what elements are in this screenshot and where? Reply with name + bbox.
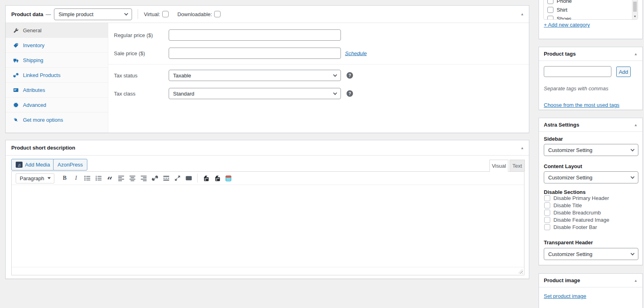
editor-content-area[interactable]: [12, 185, 524, 267]
product-data-panel: Product data — Simple product Virtual: D…: [5, 5, 529, 133]
disable-title-checkbox[interactable]: [544, 202, 550, 208]
gear-icon: [13, 102, 19, 108]
tab-label: Shipping: [23, 57, 43, 63]
add-tag-button[interactable]: Add: [616, 67, 631, 77]
disable-breadcrumb-checkbox[interactable]: [544, 210, 550, 216]
azonpress-widget-box-button[interactable]: [212, 173, 223, 183]
panel-title: Product tags: [544, 51, 576, 57]
tab-attributes[interactable]: Attributes: [6, 83, 108, 98]
visual-tab[interactable]: Visual: [489, 160, 508, 172]
downloadable-checkbox[interactable]: [214, 11, 221, 17]
tab-general[interactable]: General: [6, 23, 108, 38]
add-media-button[interactable]: ♫ Add Media: [11, 159, 54, 171]
tab-get-more-options[interactable]: Get more options: [6, 112, 108, 127]
align-left-button[interactable]: [116, 173, 127, 183]
azonpress-table-button[interactable]: [223, 173, 234, 183]
tax-class-select[interactable]: Standard: [169, 88, 341, 99]
category-row: Shoes: [547, 15, 572, 20]
paragraph-format-dropdown[interactable]: Paragraph: [16, 173, 54, 183]
azonpress-button[interactable]: AzonPress: [53, 159, 87, 171]
wrench-icon: [13, 27, 19, 33]
content-layout-select[interactable]: Customizer Setting: [544, 171, 638, 183]
align-center-icon: [129, 175, 136, 182]
text-tab[interactable]: Text: [510, 160, 525, 171]
add-new-category-link[interactable]: + Add new category: [544, 22, 590, 28]
resize-grippy[interactable]: [518, 269, 523, 274]
product-data-tab-list: General Inventory Shipping Linked Produc…: [6, 23, 108, 133]
scrollbar-thumb[interactable]: [633, 2, 637, 12]
header-divider: [138, 9, 138, 19]
title-dash: —: [45, 11, 51, 17]
bold-button[interactable]: B: [59, 173, 70, 183]
italic-button[interactable]: I: [70, 173, 82, 183]
sale-price-input[interactable]: [169, 48, 341, 59]
help-icon[interactable]: ?: [347, 72, 353, 79]
regular-price-label: Regular price ($): [114, 32, 153, 38]
toolbar-toggle-button[interactable]: [183, 173, 194, 183]
category-row: Phone: [547, 0, 572, 5]
disable-featured-image-checkbox[interactable]: [544, 217, 550, 223]
virtual-checkbox[interactable]: [162, 11, 169, 17]
tab-inventory[interactable]: Inventory: [6, 38, 108, 53]
tags-hint-text: Separate tags with commas: [544, 85, 608, 92]
product-data-body: General Inventory Shipping Linked Produc…: [6, 23, 529, 133]
fullscreen-button[interactable]: [172, 173, 183, 183]
tab-shipping[interactable]: Shipping: [6, 53, 108, 68]
comparison-table-icon: [225, 175, 232, 182]
tab-advanced[interactable]: Advanced: [6, 98, 108, 112]
bulleted-list-button[interactable]: [82, 173, 93, 183]
blockquote-button[interactable]: “: [104, 173, 116, 183]
collapse-panel-button[interactable]: ▲: [634, 279, 638, 283]
collapse-panel-button[interactable]: ▲: [634, 52, 638, 56]
panel-title: Product short description: [11, 145, 75, 151]
disable-footer-bar-checkbox[interactable]: [544, 224, 550, 230]
short-description-header: Product short description ▲: [6, 140, 529, 156]
disable-option-row: Disable Title: [544, 202, 582, 208]
transparent-header-value: Customizer Setting: [548, 251, 592, 257]
link-icon: [151, 175, 159, 182]
schedule-link[interactable]: Schedule: [345, 50, 367, 56]
new-tag-input[interactable]: [544, 66, 611, 77]
category-checkbox[interactable]: [547, 16, 553, 20]
set-product-image-link[interactable]: Set product image: [544, 293, 586, 299]
transparent-header-select[interactable]: Customizer Setting: [544, 248, 638, 260]
disable-option-row: Disable Primary Header: [544, 195, 609, 201]
category-checkbox[interactable]: [547, 0, 553, 4]
chevron-down-icon: [631, 175, 635, 179]
disable-option-row: Disable Footer Bar: [544, 224, 597, 230]
help-icon[interactable]: ?: [347, 90, 353, 97]
scroll-down-arrow[interactable]: ▼: [632, 13, 638, 19]
sidebar-setting-label: Sidebar: [544, 136, 563, 142]
collapse-panel-button[interactable]: ▲: [520, 12, 524, 16]
read-more-button[interactable]: [161, 173, 172, 183]
panel-title: Product image: [544, 277, 580, 283]
sidebar-setting-select[interactable]: Customizer Setting: [544, 144, 638, 156]
section-divider: [108, 64, 529, 65]
disable-option-label: Disable Breadcrumb: [553, 210, 601, 216]
collapse-panel-button[interactable]: ▲: [634, 123, 638, 127]
editor-status-bar: [12, 267, 524, 275]
astra-settings-header: Astra Settings ▲: [539, 118, 642, 132]
align-center-button[interactable]: [127, 173, 138, 183]
disable-sections-label: Disable Sections: [544, 189, 586, 195]
chevron-down-icon: [631, 148, 635, 152]
category-scrollbar[interactable]: ▼: [632, 0, 638, 19]
product-type-select[interactable]: Simple product: [54, 8, 132, 20]
choose-most-used-tags-link[interactable]: Choose from the most used tags: [544, 102, 619, 108]
paragraph-format-value: Paragraph: [20, 175, 44, 181]
azonpress-label: AzonPress: [58, 162, 83, 168]
align-right-button[interactable]: [138, 173, 149, 183]
azonpress-product-box-button[interactable]: [200, 173, 212, 183]
category-checkbox[interactable]: [547, 7, 553, 13]
tax-class-row: Tax class Standard ?: [108, 88, 529, 99]
general-tab-fields: Regular price ($) Sale price ($) Schedul…: [108, 23, 529, 133]
regular-price-input[interactable]: [169, 29, 341, 41]
numbered-list-button[interactable]: [93, 173, 104, 183]
tab-linked-products[interactable]: Linked Products: [6, 68, 108, 83]
tax-status-select[interactable]: Taxable: [169, 70, 341, 81]
collapse-panel-button[interactable]: ▲: [520, 146, 524, 150]
category-label: Shirt: [557, 7, 568, 13]
tax-status-value: Taxable: [173, 73, 191, 79]
disable-primary-header-checkbox[interactable]: [544, 195, 550, 201]
insert-link-button[interactable]: [149, 173, 161, 183]
